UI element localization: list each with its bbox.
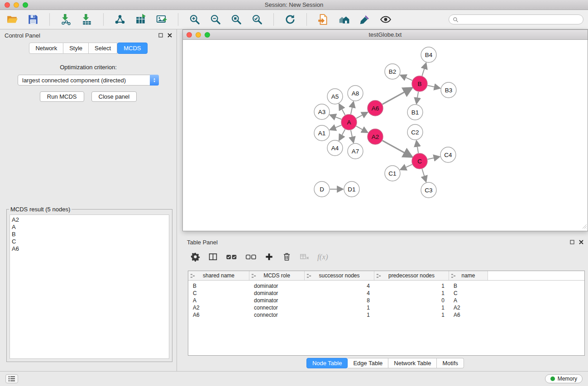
- deselect-all-button[interactable]: [245, 252, 257, 262]
- network-minimize-button[interactable]: [196, 32, 201, 38]
- column-header-name[interactable]: name: [449, 271, 488, 280]
- network-canvas[interactable]: B4B2BB3A5A8A6A3B1AC2A1A2A4A7C4CC1C3DD1: [183, 40, 588, 231]
- tab-network-table[interactable]: Network Table: [388, 358, 437, 368]
- cell-successor-nodes[interactable]: 4: [305, 283, 374, 289]
- table-row[interactable]: Cdominator41C: [188, 290, 584, 297]
- node-A1[interactable]: A1: [314, 125, 330, 141]
- network-close-button[interactable]: [186, 32, 192, 38]
- edge-A-A3[interactable]: [330, 115, 342, 119]
- tab-select[interactable]: Select: [89, 43, 117, 54]
- zoom-out-button[interactable]: [208, 12, 223, 27]
- mcds-result-item[interactable]: C: [12, 238, 167, 245]
- edge-B-B3[interactable]: [428, 86, 440, 88]
- cell-successor-nodes[interactable]: 1: [305, 305, 374, 311]
- edge-C-C1[interactable]: [401, 164, 412, 169]
- cell-shared-name[interactable]: B: [188, 283, 249, 289]
- settings-button[interactable]: [191, 252, 200, 262]
- edge-A-A4[interactable]: [339, 129, 345, 140]
- edge-A-A6[interactable]: [356, 112, 367, 118]
- node-D[interactable]: D: [314, 181, 330, 197]
- table-row[interactable]: Adominator80A: [188, 297, 584, 304]
- cell-shared-name[interactable]: A2: [188, 305, 249, 311]
- delete-table-button[interactable]: [300, 252, 309, 262]
- cell-predecessor-nodes[interactable]: 1: [374, 283, 449, 289]
- add-column-button[interactable]: [264, 252, 274, 262]
- edge-C-C2[interactable]: [416, 141, 418, 153]
- memory-button[interactable]: Memory: [545, 374, 583, 383]
- node-C[interactable]: C: [412, 153, 427, 169]
- cell-shared-name[interactable]: A: [188, 297, 249, 304]
- edge-B-B4[interactable]: [422, 63, 426, 76]
- optimization-dropdown[interactable]: largest connected component (directed) ▲…: [18, 75, 159, 86]
- cell-successor-nodes[interactable]: 1: [305, 312, 374, 318]
- node-A8[interactable]: A8: [348, 86, 363, 101]
- zoom-selected-button[interactable]: [249, 12, 265, 27]
- cell-name[interactable]: B: [449, 283, 488, 289]
- function-builder-button[interactable]: f(x): [317, 253, 328, 262]
- mcds-result-item[interactable]: A2: [12, 216, 167, 224]
- edge-A-A7[interactable]: [351, 130, 354, 143]
- column-header-successor-nodes[interactable]: successor nodes: [305, 271, 374, 280]
- control-panel-close-button[interactable]: [167, 33, 172, 38]
- edge-C-C4[interactable]: [428, 157, 440, 159]
- node-C1[interactable]: C1: [385, 166, 400, 181]
- apply-style-button[interactable]: [357, 12, 373, 27]
- node-B[interactable]: B: [412, 76, 427, 91]
- node-A6[interactable]: A6: [368, 100, 383, 116]
- cell-MCDS-role[interactable]: dominator: [249, 290, 305, 296]
- edge-B-B1[interactable]: [416, 92, 418, 103]
- edge-A-A8[interactable]: [351, 102, 354, 114]
- control-panel-float-button[interactable]: [158, 33, 163, 38]
- mcds-result-item[interactable]: B: [12, 231, 167, 238]
- node-A[interactable]: A: [341, 114, 357, 130]
- table-row[interactable]: A6connector11A6: [188, 311, 584, 319]
- edge-A2-C[interactable]: [382, 141, 412, 157]
- close-panel-button[interactable]: Close panel: [91, 91, 137, 102]
- zoom-fit-button[interactable]: [229, 12, 244, 27]
- cell-predecessor-nodes[interactable]: 1: [374, 312, 449, 318]
- cell-name[interactable]: C: [449, 290, 488, 296]
- tab-style[interactable]: Style: [63, 43, 89, 54]
- import-database-button[interactable]: [316, 12, 331, 27]
- cell-shared-name[interactable]: C: [188, 290, 249, 296]
- search-input[interactable]: [461, 16, 579, 23]
- home-button[interactable]: [336, 12, 352, 27]
- node-A4[interactable]: A4: [327, 140, 343, 156]
- edge-A-A2[interactable]: [356, 126, 368, 133]
- cell-MCDS-role[interactable]: connector: [249, 305, 305, 311]
- table-panel-float-button[interactable]: [570, 240, 574, 244]
- network-zoom-button[interactable]: [205, 32, 210, 38]
- node-B1[interactable]: B1: [407, 105, 423, 120]
- zoom-window-button[interactable]: [23, 2, 28, 8]
- cell-predecessor-nodes[interactable]: 0: [374, 297, 449, 304]
- export-image-button[interactable]: [154, 12, 169, 27]
- edge-A6-B[interactable]: [382, 88, 412, 105]
- node-B3[interactable]: B3: [441, 82, 456, 98]
- column-header-predecessor-nodes[interactable]: predecessor nodes: [374, 271, 449, 280]
- table-row[interactable]: Bdominator41B: [188, 282, 584, 290]
- edge-A-A5[interactable]: [339, 105, 345, 115]
- edge-A-A1[interactable]: [330, 125, 342, 130]
- new-network-button[interactable]: [112, 12, 128, 27]
- tab-motifs[interactable]: Motifs: [437, 358, 464, 368]
- table-panel-close-button[interactable]: [579, 240, 583, 244]
- node-B2[interactable]: B2: [385, 64, 400, 79]
- refresh-button[interactable]: [282, 12, 298, 27]
- tab-mcds[interactable]: MCDS: [117, 43, 147, 54]
- columns-button[interactable]: [208, 252, 218, 262]
- node-C4[interactable]: C4: [440, 147, 456, 162]
- node-A3[interactable]: A3: [314, 104, 330, 119]
- edge-C-C3[interactable]: [422, 169, 426, 181]
- delete-rows-button[interactable]: [282, 252, 292, 262]
- task-history-button[interactable]: [5, 374, 18, 383]
- cell-MCDS-role[interactable]: dominator: [249, 283, 305, 289]
- close-window-button[interactable]: [5, 2, 10, 8]
- node-D1[interactable]: D1: [344, 181, 359, 197]
- resize-grip-icon[interactable]: [582, 224, 587, 230]
- edge-B-B2[interactable]: [401, 75, 412, 80]
- node-A7[interactable]: A7: [348, 143, 363, 159]
- cell-name[interactable]: A6: [449, 312, 488, 318]
- tab-node-table[interactable]: Node Table: [306, 358, 348, 368]
- mcds-result-item[interactable]: A: [12, 224, 167, 231]
- node-C2[interactable]: C2: [407, 124, 423, 140]
